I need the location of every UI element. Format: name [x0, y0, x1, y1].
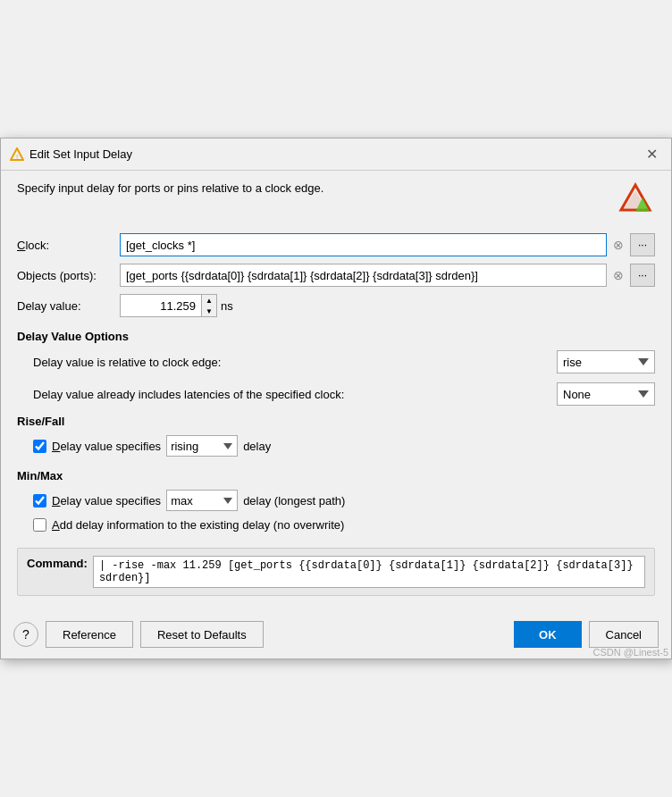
- footer: ? Reference Reset to Defaults OK Cancel: [1, 614, 671, 659]
- help-button[interactable]: ?: [13, 622, 38, 647]
- dialog-title: Edit Set Input Delay: [29, 147, 132, 161]
- command-area: Command: | -rise -max 11.259 [get_ports …: [17, 548, 655, 596]
- rise-fall-title: Rise/Fall: [17, 415, 655, 428]
- reference-button[interactable]: Reference: [46, 621, 133, 648]
- add-delay-label: Add delay information to the existing de…: [52, 518, 344, 532]
- clock-browse-button[interactable]: ···: [630, 233, 655, 256]
- min-max-checkbox-label: Delay value specifies: [52, 494, 161, 508]
- clock-label: Clock:: [17, 239, 120, 252]
- clock-edge-row: Delay value is relative to clock edge: r…: [33, 350, 655, 373]
- delay-value-label: Delay value:: [17, 299, 120, 313]
- vivado-logo: [616, 181, 655, 221]
- delay-increment-button[interactable]: ▲: [202, 295, 216, 306]
- min-max-section: Delay value specifies max min delay (lon…: [17, 490, 655, 532]
- command-text: | -rise -max 11.259 [get_ports {{sdrdata…: [93, 556, 645, 588]
- min-max-checkbox-row: Delay value specifies max min delay (lon…: [33, 490, 655, 511]
- reset-defaults-button[interactable]: Reset to Defaults: [140, 621, 264, 648]
- delay-options-section: Delay value is relative to clock edge: r…: [17, 350, 655, 406]
- latency-row: Delay value already includes latencies o…: [33, 382, 655, 406]
- add-delay-checkbox-row: Add delay information to the existing de…: [33, 518, 655, 532]
- description-text: Specify input delay for ports or pins re…: [17, 181, 323, 195]
- svg-text:!: !: [16, 153, 18, 161]
- objects-browse-button[interactable]: ···: [630, 264, 655, 287]
- watermark: CSDN @Linest-5: [592, 647, 668, 658]
- app-icon: !: [10, 147, 24, 162]
- command-label: Command:: [27, 556, 88, 570]
- rise-fall-select[interactable]: rising falling: [166, 435, 238, 457]
- latency-select[interactable]: None source network both: [557, 382, 655, 406]
- clock-edge-label: Delay value is relative to clock edge:: [33, 356, 221, 369]
- rise-fall-checkbox-label: Delay value specifies: [52, 440, 161, 453]
- objects-input[interactable]: [120, 264, 607, 287]
- close-button[interactable]: ✕: [641, 144, 662, 165]
- title-bar: ! Edit Set Input Delay ✕: [1, 138, 671, 171]
- rise-fall-checkbox-row: Delay value specifies rising falling del…: [33, 435, 655, 457]
- min-max-checkbox[interactable]: [33, 494, 46, 508]
- ok-button[interactable]: OK: [514, 621, 582, 648]
- clock-row: Clock: ⊗ ···: [17, 233, 655, 256]
- objects-clear-button[interactable]: ⊗: [609, 265, 628, 285]
- rise-fall-section: Delay value specifies rising falling del…: [17, 435, 655, 457]
- clock-edge-select[interactable]: rise fall: [557, 350, 655, 373]
- add-delay-checkbox[interactable]: [33, 518, 46, 532]
- objects-label: Objects (ports):: [17, 269, 120, 282]
- min-max-title: Min/Max: [17, 469, 655, 482]
- delay-value-row: Delay value: ▲ ▼ ns: [17, 294, 655, 317]
- min-max-select[interactable]: max min: [166, 490, 238, 511]
- delay-options-title: Delay Value Options: [17, 330, 655, 343]
- latency-label: Delay value already includes latencies o…: [33, 388, 344, 401]
- objects-row: Objects (ports): ⊗ ···: [17, 264, 655, 287]
- delay-value-input[interactable]: [121, 295, 201, 316]
- rise-fall-suffix: delay: [243, 440, 271, 453]
- rise-fall-checkbox[interactable]: [33, 440, 46, 453]
- clock-clear-button[interactable]: ⊗: [609, 235, 628, 255]
- min-max-suffix: delay (longest path): [243, 494, 345, 508]
- delay-decrement-button[interactable]: ▼: [202, 306, 216, 316]
- clock-input[interactable]: [120, 233, 607, 256]
- delay-unit-label: ns: [221, 299, 233, 313]
- cancel-button[interactable]: Cancel: [589, 621, 659, 648]
